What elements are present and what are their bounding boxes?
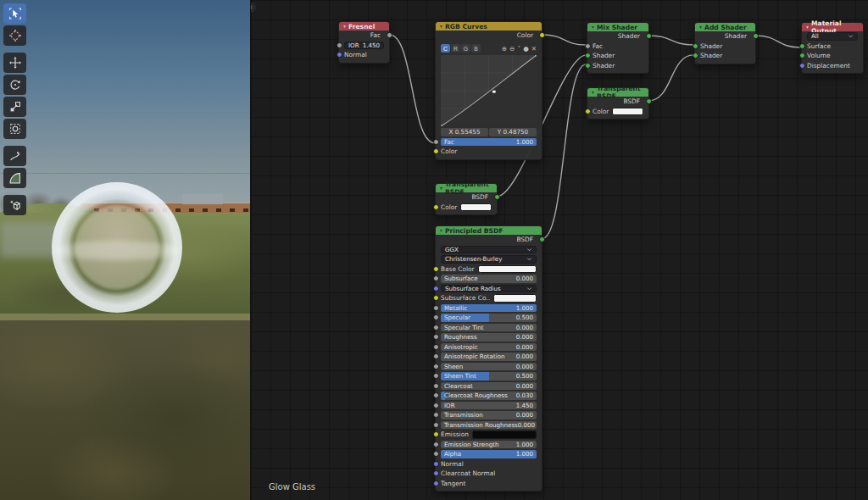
socket-in-shader[interactable] [585, 53, 591, 58]
collapse-node-icon[interactable]: ▾ [440, 24, 442, 29]
close-icon[interactable]: ✕ [531, 45, 537, 53]
socket-in-alpha[interactable] [433, 451, 439, 457]
transmission-roughness-slider[interactable]: Transmission Roughness0.000 [441, 421, 537, 430]
glass-torus-object[interactable] [52, 182, 182, 313]
socket-in-shader[interactable] [693, 53, 698, 58]
socket-in-sheen-tint[interactable] [433, 373, 439, 379]
brush-icon[interactable]: ● [523, 45, 529, 53]
node-header-add-shader[interactable]: ▾Add Shader [695, 23, 755, 31]
socket-in-shader[interactable] [693, 43, 698, 49]
curve-widget[interactable]: CRGB⊕⊖˅●✕X 0.55455Y 0.48750 [436, 41, 542, 137]
subsurface-slider[interactable]: Subsurface0.000 [441, 275, 537, 283]
node-fresnel[interactable]: ▾FresnelFacIOR1.450Normal [338, 21, 390, 64]
socket-out-bsdf[interactable] [539, 236, 545, 242]
socket-in-anisotropic-rotation[interactable] [433, 353, 439, 359]
tool-annotate[interactable] [3, 146, 26, 166]
channel-button-b[interactable]: B [471, 44, 481, 53]
tool-add-cube[interactable] [3, 195, 26, 215]
anisotropic-slider[interactable]: Anisotropic0.000 [441, 343, 537, 352]
tool-tweak-select[interactable] [3, 3, 26, 24]
curve-graph[interactable] [441, 55, 537, 126]
christensen-burley-dropdown[interactable]: Christensen-Burley [441, 255, 537, 264]
socket-in-normal[interactable] [337, 52, 342, 58]
socket-out-bsdf[interactable] [646, 98, 652, 104]
sheen-slider[interactable]: Sheen0.000 [441, 363, 537, 371]
collapse-node-icon[interactable]: ▾ [806, 25, 809, 30]
ior-field[interactable]: IOR1.450 [344, 42, 384, 50]
socket-in-specular-tint[interactable] [433, 325, 439, 331]
specular-slider[interactable]: Specular0.500 [441, 314, 537, 322]
roughness-slider[interactable]: Roughness0.000 [441, 333, 537, 342]
node-header-fresnel[interactable]: ▾Fresnel [339, 22, 389, 31]
node-transparent-bsdf-2[interactable]: ▾Transparent BSDFBSDFColor [435, 183, 498, 215]
base-color-swatch[interactable] [478, 265, 537, 274]
node-header-material-output[interactable]: ▾Material Output [802, 23, 863, 31]
curve-point-x-field[interactable]: X 0.55455 [441, 128, 488, 136]
socket-in-shader[interactable] [585, 63, 591, 69]
shader-node-editor[interactable]: ▾FresnelFacIOR1.450Normal▾RGB CurvesColo… [250, 0, 868, 500]
socket-in-color[interactable] [585, 108, 591, 114]
socket-out-shader[interactable] [753, 33, 759, 39]
socket-in-roughness[interactable] [433, 334, 439, 340]
socket-in-ior[interactable] [337, 42, 342, 48]
socket-in-subsurface-radius[interactable] [433, 286, 439, 292]
clearcoat-roughness-slider[interactable]: Clearcoat Roughness0.030 [441, 392, 537, 400]
node-principled-bsdf[interactable]: ▾Principled BSDFBSDFGGXChristensen-Burle… [435, 225, 542, 492]
node-header-rgb-curves[interactable]: ▾RGB Curves [436, 22, 542, 31]
curve-point-y-field[interactable]: Y 0.48750 [489, 128, 537, 136]
chevron-down-icon[interactable]: ˅ [517, 45, 520, 53]
zoom-out-icon[interactable]: ⊖ [509, 45, 515, 53]
transmission-slider[interactable]: Transmission0.000 [441, 411, 537, 419]
node-header-transparent-bsdf-1[interactable]: ▾Transparent BSDF [587, 88, 648, 97]
emission-swatch[interactable] [472, 431, 537, 439]
node-rgb-curves[interactable]: ▾RGB CurvesColorCRGB⊕⊖˅●✕X 0.55455Y 0.48… [435, 21, 542, 160]
socket-in-sheen[interactable] [433, 364, 439, 369]
node-mix-shader[interactable]: ▾Mix ShaderShaderFacShaderShader [587, 22, 649, 74]
channel-button-r[interactable]: R [451, 44, 460, 53]
collapse-node-icon[interactable]: ▾ [440, 186, 442, 191]
socket-in-surface[interactable] [799, 43, 805, 49]
node-header-principled-bsdf[interactable]: ▾Principled BSDF [436, 226, 542, 235]
socket-in-emission-strength[interactable] [433, 442, 439, 447]
socket-in-subsurface[interactable] [433, 275, 439, 281]
socket-in-clearcoat-normal[interactable] [433, 470, 439, 476]
tool-transform[interactable] [3, 119, 26, 139]
socket-in-clearcoat-roughness[interactable] [433, 392, 439, 398]
color-swatch[interactable] [460, 203, 492, 212]
node-header-transparent-bsdf-2[interactable]: ▾Transparent BSDF [436, 184, 497, 192]
node-material-output[interactable]: ▾Material OutputAllSurfaceVolumeDisplace… [801, 22, 864, 74]
metallic-slider[interactable]: Metallic1.000 [441, 304, 537, 313]
socket-out-color[interactable] [539, 32, 545, 38]
clearcoat-slider[interactable]: Clearcoat0.000 [441, 382, 537, 391]
collapse-node-icon[interactable]: ▾ [699, 25, 702, 30]
socket-in-ior[interactable] [433, 403, 439, 408]
socket-in-subsurface-co[interactable] [433, 295, 439, 301]
collapse-node-icon[interactable]: ▾ [592, 90, 594, 95]
socket-in-transmission[interactable] [433, 412, 439, 418]
alpha-slider[interactable]: Alpha1.000 [441, 450, 537, 458]
socket-in-color[interactable] [433, 204, 439, 210]
collapse-node-icon[interactable]: ▾ [343, 24, 346, 29]
socket-in-displacement[interactable] [799, 63, 805, 69]
zoom-in-icon[interactable]: ⊕ [502, 45, 507, 53]
channel-button-g[interactable]: G [461, 44, 470, 53]
socket-out-bsdf[interactable] [494, 194, 500, 200]
socket-in-color[interactable] [433, 148, 439, 154]
tool-cursor-3d[interactable] [3, 25, 26, 46]
tool-scale[interactable] [3, 97, 26, 117]
subsurface-radius-dropdown[interactable]: Subsurface Radius [441, 285, 537, 293]
sheen-tint-slider[interactable]: Sheen Tint0.500 [441, 372, 537, 381]
node-add-shader[interactable]: ▾Add ShaderShaderShaderShader [694, 22, 756, 64]
socket-in-base-color[interactable] [433, 266, 439, 272]
tool-move[interactable] [3, 53, 26, 73]
socket-out-shader[interactable] [646, 33, 652, 39]
socket-in-tangent[interactable] [433, 481, 439, 486]
socket-in-transmission-roughness[interactable] [433, 422, 439, 428]
tool-measure[interactable] [3, 168, 26, 188]
socket-in-metallic[interactable] [433, 305, 439, 311]
fac-slider[interactable]: Fac1.000 [441, 138, 537, 147]
socket-in-fac[interactable] [585, 43, 591, 49]
specular-tint-slider[interactable]: Specular Tint0.000 [441, 324, 537, 332]
node-header-mix-shader[interactable]: ▾Mix Shader [587, 23, 648, 31]
ggx-dropdown[interactable]: GGX [441, 246, 537, 254]
